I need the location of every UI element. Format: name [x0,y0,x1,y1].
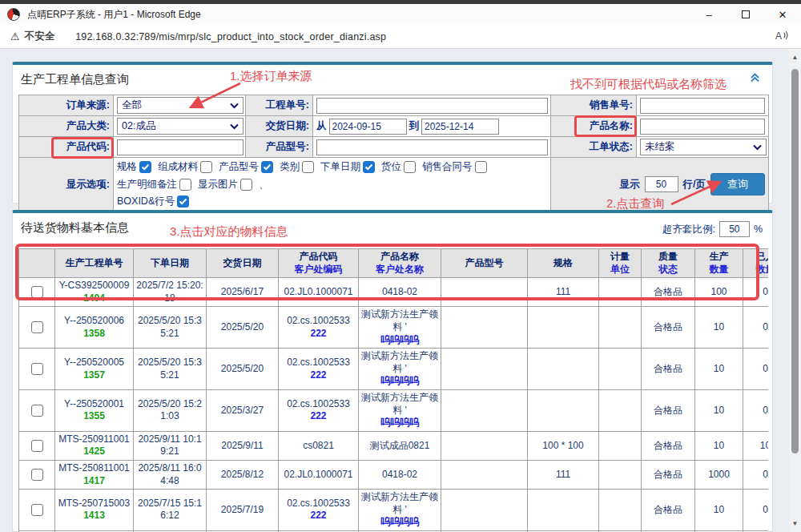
table-row[interactable]: Y--25052000613582025/5/20 15:35:212025/5… [19,307,769,349]
table-row[interactable]: Y--25052000513572025/5/20 15:35:212025/5… [19,349,769,390]
column-header-line2: 客户处名称 [360,264,439,276]
url-text[interactable]: 192.168.0.32:789/mis/mrp/slc_product_int… [75,31,386,42]
in-qty-cell: 0 [743,307,769,349]
row-checkbox[interactable] [31,321,43,333]
product-model-cell [441,307,528,349]
column-header: 下单日期 [134,249,207,278]
display-option-checkbox[interactable] [363,161,375,173]
display-options-row1: 规格组成材料产品型号类别下单日期货位销售合同号生产明细备注显示图片、 [117,159,547,193]
display-option-checkbox[interactable] [200,161,212,173]
product-code-cell: 02.JL0.1000071 [279,460,359,489]
in-qty-cell: 0 [743,389,769,431]
column-header-line1: 生产 [697,251,741,264]
date-to-input[interactable] [421,119,499,135]
unit-cell [599,460,642,489]
order-status-select[interactable]: 未结案 [640,139,767,155]
in-qty-cell: 0 [743,349,769,390]
chevron-down-icon [230,103,239,109]
read-aloud-icon[interactable]: A [775,30,790,44]
display-option-checkbox[interactable] [240,179,252,191]
product-code: 02.JL0.1000071 [280,286,356,299]
display-option: 显示图片 [198,178,252,191]
project-no-input[interactable] [316,98,548,114]
maximize-button[interactable] [727,4,764,25]
row-checkbox[interactable] [31,504,43,516]
table-row[interactable]: MTS-25091100114252025/9/11 10:19:212025/… [19,431,769,460]
page-size-input[interactable] [645,176,678,192]
scroll-up-icon[interactable]: ▲ [789,54,801,61]
query-button[interactable]: 查询 [710,173,765,195]
order-source-select[interactable]: 全部 [117,97,244,114]
row-checkbox[interactable] [31,440,43,452]
product-model-input[interactable] [316,139,548,155]
sales-no-input[interactable] [640,98,765,114]
product-model-cell [441,349,528,390]
display-option-checkbox[interactable] [302,161,314,173]
quality-cell: 合格品 [642,389,695,431]
display-option-label: 组成材料 [158,160,198,174]
display-option-checkbox[interactable] [139,161,151,173]
browser-window: 点晴ERP子系统 - 用户1 - Microsoft Edge – ✕ ⚠ 不安… [0,0,801,532]
customer-code: 222 [280,510,356,522]
materials-panel-title: 待送货物料基本信息 [21,220,129,236]
row-checkbox[interactable] [31,405,43,417]
product-code-cell: cs0821 [279,431,359,460]
display-option-label: 下单日期 [320,160,360,174]
display-option-checkbox[interactable] [475,161,487,173]
product-code-input[interactable] [117,139,244,155]
display-option-checkbox[interactable] [404,161,416,173]
delivery-date-cell: 2025/8/12 [207,460,279,489]
security-label[interactable]: 不安全 [25,30,55,43]
row-checkbox[interactable] [31,363,43,375]
qty-cell: 10 [695,349,743,390]
order-source-value: 全部 [122,99,142,112]
product-category-select[interactable]: 02:成品 [117,118,244,135]
spec-cell [528,307,599,349]
table-row[interactable]: Y--25052000113552025/5/20 15:21:032025/3… [19,389,769,431]
close-button[interactable]: ✕ [764,4,801,25]
order-no: Y--250520005 [57,357,131,369]
display-option: 规格 [117,160,151,174]
product-name: 0418-02 [360,286,439,299]
order-no-sub: 1357 [57,369,131,382]
row-select-cell [19,389,55,431]
ratio-input[interactable] [719,221,750,237]
delivery-date-cell: 2025/9/11 [207,431,279,460]
display-option-label: 产品型号 [219,160,259,174]
scroll-down-icon[interactable]: ▼ [789,520,801,527]
spec-cell [528,490,599,531]
delivery-date-cell: 2025/7/19 [207,490,279,531]
product-code-cell: 02.cs.1002533222 [279,389,359,431]
row-checkbox[interactable] [31,286,43,298]
product-model-cell [441,490,528,531]
display-option: 销售合同号 [422,160,487,174]
display-option-checkbox[interactable] [261,161,273,173]
order-no-sub: 1417 [57,475,131,488]
table-row[interactable]: MTS-25081100114172025/8/11 16:04:482025/… [19,460,769,489]
annotation-hint: 找不到可根据代码或名称筛选 [570,77,727,92]
column-header: 产品名称客户处名称 [359,249,441,278]
product-name-input[interactable] [640,119,765,135]
row-checkbox[interactable] [31,469,43,481]
product-category-label: 产品大类: [19,116,114,137]
product-code-cell: 02.cs.1002533222 [279,307,359,349]
minimize-button[interactable]: – [690,4,727,25]
table-row[interactable]: Y-CS39250000914042025/7/2 15:20:182025/6… [19,278,769,307]
scrollbar-thumb[interactable] [791,69,799,453]
product-name: 0418-02 [360,469,439,482]
page-scrollbar[interactable]: ▲ ▼ [789,49,801,532]
display-options-label: 显示选项: [19,158,114,212]
table-row[interactable]: MTS-25071500314132025/7/15 15:16:122025/… [19,490,769,531]
order-no-sub: 1404 [57,292,131,305]
column-header-line2: 状态 [643,264,693,276]
address-bar[interactable]: ⚠ 不安全 192.168.0.32:789/mis/mrp/slc_produ… [0,25,801,49]
chevron-down-icon [230,123,239,130]
customer-name: 呜呜呜呜 [360,417,439,429]
customer-code: 222 [280,328,356,341]
date-from-input[interactable] [329,119,407,135]
display-option-checkbox[interactable] [179,179,191,191]
column-header-line1: 下单日期 [135,257,204,270]
display-option-checkbox[interactable] [177,195,189,208]
order-date-cell: 2025/5/20 15:21:03 [134,389,207,431]
collapse-panel-icon[interactable] [749,71,761,87]
